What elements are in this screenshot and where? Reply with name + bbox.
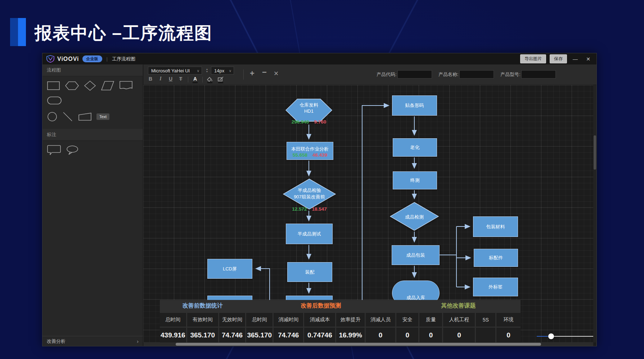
delete-button[interactable]: ✕ — [274, 70, 279, 77]
node-product-inspect[interactable]: 成品检测 — [390, 202, 439, 231]
node-label: 外标签 — [488, 284, 503, 290]
font-size-stepper[interactable]: ▲ ▼ — [204, 67, 210, 75]
tool-rectangle[interactable] — [47, 81, 60, 91]
close-button[interactable]: ✕ — [584, 56, 593, 62]
node-honda-joint[interactable]: 本田联合作业分析 55.65846.439 — [287, 142, 333, 160]
value-after: 9.760 — [314, 119, 326, 125]
table-value: 0.74746 — [304, 328, 335, 342]
font-family-value: Microsoft YaHei UI — [151, 68, 190, 73]
tool-rect-callout[interactable] — [47, 144, 61, 156]
node-semi-test[interactable]: 半成品测试 — [286, 224, 333, 244]
node-label: 半成品测试 — [298, 231, 321, 237]
zoom-out-button[interactable]: − — [262, 68, 267, 77]
stepper-down-icon[interactable]: ▼ — [206, 71, 208, 73]
vertical-scrollbar-thumb[interactable] — [594, 135, 596, 170]
brand-name: ViOOVi — [57, 56, 79, 62]
save-button[interactable]: 保存 — [550, 54, 567, 63]
table-value — [476, 328, 495, 342]
node-barcode[interactable]: 贴条形码 — [392, 95, 437, 116]
group-header-other: 其他改善课题 — [396, 300, 521, 312]
column-header: 5S — [476, 313, 495, 327]
zoom-in-button[interactable]: + — [250, 69, 255, 78]
tool-line[interactable] — [62, 111, 73, 122]
underline-button[interactable]: U — [167, 76, 174, 82]
annotation-section-header: 标注 — [42, 129, 143, 141]
node-label: 成品包装 — [406, 252, 425, 259]
brand-logo-icon — [46, 55, 55, 63]
node-aging[interactable]: 老化 — [393, 138, 437, 157]
table-value: 74.746 — [274, 328, 303, 342]
horizontal-scrollbar[interactable] — [143, 342, 593, 346]
tool-hexagon[interactable] — [65, 81, 79, 91]
node-label: 仓库发料 — [285, 102, 332, 108]
node-label: HD1 — [285, 108, 332, 114]
fill-bucket-icon[interactable] — [207, 76, 213, 82]
font-color-bar — [193, 82, 198, 83]
edition-badge: 企业版 — [82, 55, 102, 62]
column-header: 有效时间 — [187, 313, 218, 327]
flowchart-canvas[interactable]: 仓库发料 HD1 296.9409.760 本田联合作业分析 55.65846.… — [143, 85, 596, 346]
node-label: 本田联合作业分析 — [291, 146, 329, 152]
improvement-analysis-label: 改善分析 — [47, 338, 66, 345]
product-code-input[interactable] — [397, 70, 432, 78]
node-lcd[interactable]: LCD屏 — [207, 259, 252, 279]
chevron-down-icon: ∨ — [229, 69, 231, 73]
tool-circle[interactable] — [47, 111, 58, 122]
font-family-select[interactable]: Microsoft YaHei UI ∨ — [148, 67, 202, 75]
canvas-zoom-slider[interactable] — [537, 333, 594, 339]
app-window: ViOOVi 企业版 | 工序流程图 导出图片 保存 — ✕ 流程图 — [42, 53, 597, 346]
node-packing-material[interactable]: 包装材料 — [473, 216, 518, 237]
table-value: 16.99% — [336, 328, 364, 342]
format-toolbar: Microsoft YaHei UI ∨ ▲ ▼ 14px ∨ B I U T … — [143, 64, 596, 85]
horizontal-scrollbar-thumb[interactable] — [176, 343, 541, 346]
node-label: 半成品检验 — [283, 187, 336, 194]
tool-diamond[interactable] — [84, 80, 96, 91]
font-size-select[interactable]: 14px ∨ — [211, 67, 234, 75]
node-warehouse-issue[interactable]: 仓库发料 HD1 296.9409.760 — [285, 99, 332, 124]
column-header: 效率提升 — [336, 313, 364, 327]
export-image-button[interactable]: 导出图片 — [520, 54, 546, 63]
edit-pen-icon[interactable] — [217, 76, 224, 82]
table-value: 0 — [366, 328, 395, 342]
product-model-input[interactable] — [521, 70, 556, 78]
font-size-value: 14px — [214, 68, 224, 73]
page-title: 报表中心 –工序流程图 — [35, 22, 212, 45]
stats-table: 改善前数据统计 改善后数据预测 其他改善课题 总时间 有效时间 无效时间 总时间… — [160, 300, 521, 344]
tool-parallelogram[interactable] — [101, 80, 114, 91]
chevron-right-icon: › — [137, 338, 139, 344]
node-label: 成品检测 — [390, 214, 439, 220]
toolbar-divider — [202, 77, 203, 82]
node-label: LCD屏 — [223, 266, 237, 272]
node-std-accessory[interactable]: 标配件 — [474, 249, 518, 267]
italic-button[interactable]: I — [157, 76, 164, 82]
value-before: 296.940 — [292, 119, 309, 125]
pen-color-bar — [218, 82, 223, 83]
product-name-input[interactable] — [459, 70, 494, 78]
node-final-test[interactable]: 终测 — [393, 171, 437, 189]
node-label: 907组装改善前 — [283, 194, 336, 200]
node-semi-inspect[interactable]: 半成品检验 907组装改善前 12.57218.547 — [283, 179, 336, 212]
improvement-analysis-button[interactable]: 改善分析 › — [42, 336, 143, 346]
node-label: 包装材料 — [486, 224, 505, 230]
tool-document[interactable] — [119, 80, 133, 91]
tool-oval-callout[interactable] — [66, 145, 79, 156]
minimize-button[interactable]: — — [571, 56, 580, 62]
strikethrough-button[interactable]: T — [177, 76, 184, 82]
column-header: 消减人员 — [366, 313, 395, 327]
vertical-scrollbar[interactable] — [593, 85, 596, 342]
node-outer-label[interactable]: 外标签 — [473, 278, 518, 296]
bold-button[interactable]: B — [147, 76, 154, 82]
font-color-button[interactable]: A — [192, 76, 199, 82]
tool-quad[interactable] — [78, 112, 92, 121]
tool-text[interactable]: Text — [96, 113, 109, 120]
window-titlebar: ViOOVi 企业版 | 工序流程图 导出图片 保存 — ✕ — [42, 53, 596, 64]
node-assembly[interactable]: 装配 — [287, 262, 332, 282]
stepper-up-icon[interactable]: ▲ — [206, 68, 208, 71]
slider-knob[interactable] — [548, 333, 554, 339]
table-value: 0 — [496, 328, 521, 342]
toolbar-divider — [188, 77, 188, 82]
tool-stadium[interactable] — [47, 96, 62, 105]
node-packing[interactable]: 成品包装 — [392, 245, 440, 265]
product-model-label: 产品型号: — [500, 71, 521, 78]
slider-track — [551, 336, 594, 337]
